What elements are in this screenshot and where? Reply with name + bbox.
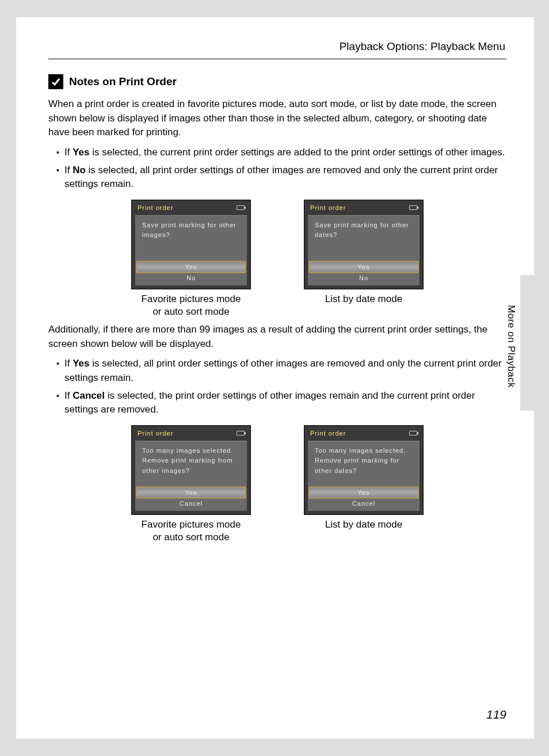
screen-options: Yes Cancel: [135, 487, 247, 509]
screen-column-left: Print order Save print marking for other…: [131, 200, 251, 318]
camera-screen: Print order Too many images selected. Re…: [304, 425, 424, 515]
option-yes[interactable]: Yes: [136, 261, 246, 273]
bullet-list-2: If Yes is selected, all print order sett…: [48, 357, 506, 417]
page-content: Playback Options: Playback Menu Notes on…: [16, 17, 534, 739]
screens-row-2: Print order Too many images selected. Re…: [48, 425, 506, 544]
screen-caption: List by date mode: [304, 293, 424, 306]
screen-options: Yes No: [135, 261, 247, 283]
option-yes[interactable]: Yes: [136, 487, 246, 498]
camera-screen: Print order Save print marking for other…: [131, 200, 251, 289]
option-no[interactable]: No: [135, 273, 247, 283]
option-yes[interactable]: Yes: [309, 261, 418, 273]
option-cancel[interactable]: Cancel: [135, 498, 247, 509]
screen-prompt: Too many images selected. Remove print m…: [135, 441, 247, 476]
screen-title: Print order: [310, 430, 346, 437]
bullet-list-1: If Yes is selected, the current print or…: [48, 146, 506, 192]
screen-body: Save print marking for other dates? Yes …: [308, 215, 420, 285]
screen-caption: List by date mode: [304, 518, 424, 531]
screen-column-right: Print order Save print marking for other…: [304, 200, 424, 318]
list-item: If Cancel is selected, the print order s…: [56, 389, 506, 417]
page-header: Playback Options: Playback Menu: [48, 40, 506, 53]
screen-column-right: Print order Too many images selected. Re…: [304, 425, 424, 544]
screen-title: Print order: [310, 204, 346, 211]
option-cancel[interactable]: Cancel: [308, 498, 420, 509]
camera-screen: Print order Too many images selected. Re…: [131, 425, 251, 515]
screen-caption: Favorite pictures modeor auto sort mode: [131, 293, 251, 318]
intro-paragraph: When a print order is created in favorit…: [48, 97, 506, 140]
screen-options: Yes No: [308, 261, 420, 283]
header-divider: [48, 59, 506, 59]
screen-prompt: Save print marking for other images?: [135, 216, 247, 240]
camera-screen: Print order Save print marking for other…: [304, 200, 424, 289]
screens-row-1: Print order Save print marking for other…: [48, 200, 506, 318]
side-section-label: More on Playback: [505, 305, 517, 388]
screen-column-left: Print order Too many images selected. Re…: [131, 425, 251, 544]
screen-caption: Favorite pictures modeor auto sort mode: [131, 518, 251, 544]
screen-options: Yes Cancel: [308, 487, 420, 509]
section-title-row: Notes on Print Order: [48, 74, 506, 89]
screen-body: Too many images selected. Remove print m…: [135, 441, 247, 511]
battery-icon: [409, 431, 417, 436]
side-tab: [520, 275, 534, 411]
list-item: If Yes is selected, all print order sett…: [56, 357, 506, 385]
screen-prompt: Save print marking for other dates?: [308, 216, 420, 240]
note-icon: [48, 74, 63, 89]
screen-prompt: Too many images selected. Remove print m…: [308, 441, 420, 476]
page-number: 119: [486, 708, 506, 721]
screen-body: Too many images selected. Remove print m…: [308, 441, 420, 511]
battery-icon: [237, 431, 245, 436]
option-no[interactable]: No: [308, 273, 420, 283]
list-item: If No is selected, all print order setti…: [56, 163, 506, 192]
screen-title: Print order: [138, 204, 173, 211]
paragraph-2: Additionally, if there are more than 99 …: [48, 323, 506, 351]
screen-body: Save print marking for other images? Yes…: [135, 215, 247, 285]
option-yes[interactable]: Yes: [309, 487, 418, 498]
battery-icon: [409, 205, 417, 210]
screen-title: Print order: [138, 430, 173, 437]
battery-icon: [237, 205, 245, 210]
list-item: If Yes is selected, the current print or…: [56, 146, 506, 160]
section-title: Notes on Print Order: [69, 75, 177, 88]
